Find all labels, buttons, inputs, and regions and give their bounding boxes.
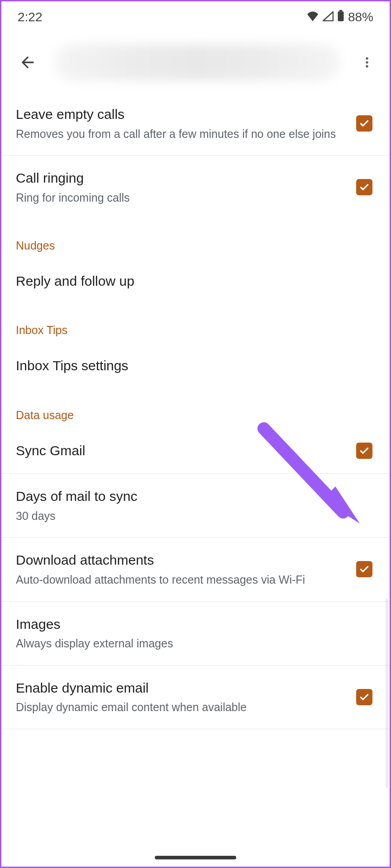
setting-images[interactable]: Images Always display external images [1, 602, 390, 665]
battery-icon [337, 10, 344, 25]
more-options-button[interactable] [353, 49, 381, 76]
setting-title: Leave empty calls [16, 105, 345, 124]
checkbox-enable-dynamic-email[interactable] [356, 689, 372, 705]
setting-title: Call ringing [16, 169, 345, 188]
setting-subtitle: Removes you from a call after a few minu… [16, 127, 345, 142]
svg-rect-1 [339, 10, 343, 11]
signal-icon [323, 10, 334, 24]
checkbox-sync-gmail[interactable] [356, 443, 372, 459]
battery-percent: 88% [348, 10, 373, 24]
svg-point-3 [366, 61, 368, 64]
setting-download-attachments[interactable]: Download attachments Auto-download attac… [1, 538, 390, 601]
page-title-redacted [55, 44, 340, 80]
more-vert-icon [360, 56, 374, 69]
status-icons: 88% [306, 10, 373, 25]
svg-point-2 [366, 57, 368, 60]
checkbox-call-ringing[interactable] [356, 179, 372, 195]
arrow-back-icon [19, 53, 37, 71]
status-time: 2:22 [18, 10, 43, 24]
section-header-inbox-tips: Inbox Tips [1, 304, 390, 343]
status-bar: 2:22 88% [1, 1, 390, 33]
checkbox-leave-empty-calls[interactable] [356, 115, 372, 132]
app-bar [1, 33, 390, 92]
setting-reply-follow-up[interactable]: Reply and follow up [1, 259, 390, 304]
setting-call-ringing[interactable]: Call ringing Ring for incoming calls [1, 156, 390, 219]
setting-sync-gmail[interactable]: Sync Gmail [1, 428, 390, 474]
setting-days-of-mail-to-sync[interactable]: Days of mail to sync 30 days [1, 474, 390, 538]
section-header-nudges: Nudges [1, 219, 390, 259]
setting-subtitle: Auto-download attachments to recent mess… [16, 572, 345, 588]
setting-subtitle: Ring for incoming calls [16, 190, 345, 206]
check-icon [358, 118, 370, 129]
svg-rect-0 [338, 11, 343, 21]
setting-title: Images [16, 615, 375, 634]
wifi-icon [306, 10, 319, 24]
setting-title: Days of mail to sync [16, 487, 375, 506]
setting-title: Reply and follow up [16, 272, 375, 291]
scrollbar[interactable] [386, 598, 388, 788]
nav-handle[interactable] [155, 856, 236, 859]
setting-title: Download attachments [16, 551, 345, 570]
setting-subtitle: Display dynamic email content when avail… [16, 700, 345, 715]
checkbox-download-attachments[interactable] [356, 561, 372, 577]
setting-enable-dynamic-email[interactable]: Enable dynamic email Display dynamic ema… [1, 665, 390, 729]
svg-point-4 [366, 65, 368, 68]
check-icon [358, 563, 370, 575]
setting-title: Inbox Tips settings [16, 357, 375, 375]
setting-subtitle: Always display external images [16, 636, 375, 651]
setting-subtitle: 30 days [16, 509, 375, 524]
check-icon [358, 691, 370, 703]
setting-inbox-tips-settings[interactable]: Inbox Tips settings [1, 343, 390, 389]
setting-leave-empty-calls[interactable]: Leave empty calls Removes you from a cal… [1, 92, 390, 156]
settings-list: Leave empty calls Removes you from a cal… [1, 92, 390, 729]
back-button[interactable] [14, 49, 41, 76]
check-icon [358, 445, 370, 457]
setting-title: Enable dynamic email [16, 679, 345, 698]
setting-title: Sync Gmail [16, 442, 345, 460]
section-header-data-usage: Data usage [1, 389, 390, 428]
check-icon [358, 181, 370, 193]
